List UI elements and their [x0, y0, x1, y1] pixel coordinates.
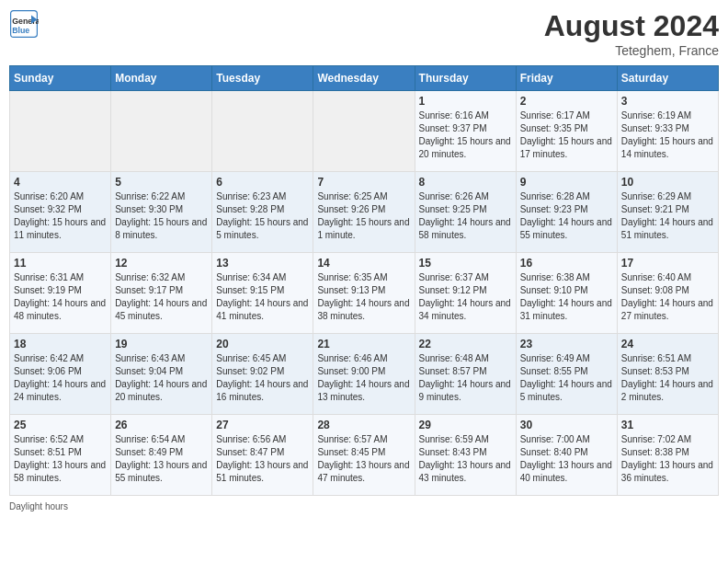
- calendar-cell: 29Sunrise: 6:59 AMSunset: 8:43 PMDayligh…: [415, 415, 516, 496]
- footer-note: Daylight hours: [9, 501, 719, 511]
- calendar-cell: 22Sunrise: 6:48 AMSunset: 8:57 PMDayligh…: [415, 334, 516, 415]
- logo: General Blue: [9, 9, 39, 39]
- day-number: 31: [621, 419, 714, 431]
- title-block: August 2024 Teteghem, France: [544, 9, 719, 58]
- day-number: 21: [317, 338, 410, 350]
- calendar-cell: [111, 91, 212, 172]
- calendar-cell: 12Sunrise: 6:32 AMSunset: 9:17 PMDayligh…: [111, 253, 212, 334]
- day-info: Sunrise: 6:48 AMSunset: 8:57 PMDaylight:…: [419, 352, 512, 404]
- day-header-thursday: Thursday: [415, 66, 516, 91]
- calendar-cell: 15Sunrise: 6:37 AMSunset: 9:12 PMDayligh…: [415, 253, 516, 334]
- day-info: Sunrise: 6:42 AMSunset: 9:06 PMDaylight:…: [14, 352, 107, 404]
- day-number: 14: [317, 257, 410, 270]
- calendar-cell: 5Sunrise: 6:22 AMSunset: 9:30 PMDaylight…: [111, 172, 212, 253]
- day-number: 27: [216, 419, 309, 431]
- day-number: 12: [115, 257, 208, 270]
- day-header-wednesday: Wednesday: [313, 66, 415, 91]
- day-info: Sunrise: 6:51 AMSunset: 8:53 PMDaylight:…: [621, 352, 714, 404]
- day-number: 11: [14, 257, 107, 270]
- day-info: Sunrise: 6:43 AMSunset: 9:04 PMDaylight:…: [115, 352, 208, 404]
- day-header-friday: Friday: [516, 66, 617, 91]
- calendar-cell: [313, 91, 415, 172]
- calendar-table: SundayMondayTuesdayWednesdayThursdayFrid…: [9, 65, 719, 496]
- day-number: 18: [14, 338, 107, 350]
- day-number: 15: [419, 257, 512, 270]
- calendar-cell: 8Sunrise: 6:26 AMSunset: 9:25 PMDaylight…: [415, 172, 516, 253]
- day-number: 3: [621, 95, 714, 108]
- day-info: Sunrise: 6:16 AMSunset: 9:37 PMDaylight:…: [419, 109, 512, 161]
- calendar-cell: [212, 91, 313, 172]
- day-header-saturday: Saturday: [617, 66, 718, 91]
- location: Teteghem, France: [544, 43, 719, 58]
- day-info: Sunrise: 6:22 AMSunset: 9:30 PMDaylight:…: [115, 190, 208, 242]
- day-info: Sunrise: 6:28 AMSunset: 9:23 PMDaylight:…: [520, 190, 613, 242]
- day-number: 5: [115, 176, 208, 189]
- calendar-cell: 31Sunrise: 7:02 AMSunset: 8:38 PMDayligh…: [617, 415, 718, 496]
- day-info: Sunrise: 6:59 AMSunset: 8:43 PMDaylight:…: [419, 433, 512, 485]
- day-number: 23: [520, 338, 613, 350]
- calendar-cell: 16Sunrise: 6:38 AMSunset: 9:10 PMDayligh…: [516, 253, 617, 334]
- calendar-cell: 2Sunrise: 6:17 AMSunset: 9:35 PMDaylight…: [516, 91, 617, 172]
- calendar-cell: 3Sunrise: 6:19 AMSunset: 9:33 PMDaylight…: [617, 91, 718, 172]
- day-number: 9: [520, 176, 613, 189]
- day-info: Sunrise: 7:02 AMSunset: 8:38 PMDaylight:…: [621, 433, 714, 485]
- calendar-cell: 7Sunrise: 6:25 AMSunset: 9:26 PMDaylight…: [313, 172, 415, 253]
- day-info: Sunrise: 6:35 AMSunset: 9:13 PMDaylight:…: [317, 271, 410, 323]
- calendar-cell: 6Sunrise: 6:23 AMSunset: 9:28 PMDaylight…: [212, 172, 313, 253]
- day-info: Sunrise: 6:52 AMSunset: 8:51 PMDaylight:…: [14, 433, 107, 485]
- day-info: Sunrise: 6:46 AMSunset: 9:00 PMDaylight:…: [317, 352, 410, 404]
- day-info: Sunrise: 6:49 AMSunset: 8:55 PMDaylight:…: [520, 352, 613, 404]
- calendar-cell: 10Sunrise: 6:29 AMSunset: 9:21 PMDayligh…: [617, 172, 718, 253]
- svg-text:Blue: Blue: [12, 26, 29, 35]
- calendar-cell: 24Sunrise: 6:51 AMSunset: 8:53 PMDayligh…: [617, 334, 718, 415]
- calendar-cell: 23Sunrise: 6:49 AMSunset: 8:55 PMDayligh…: [516, 334, 617, 415]
- day-number: 25: [14, 419, 107, 431]
- calendar-cell: 1Sunrise: 6:16 AMSunset: 9:37 PMDaylight…: [415, 91, 516, 172]
- day-number: 28: [317, 419, 410, 431]
- calendar-cell: 11Sunrise: 6:31 AMSunset: 9:19 PMDayligh…: [10, 253, 111, 334]
- calendar-cell: 20Sunrise: 6:45 AMSunset: 9:02 PMDayligh…: [212, 334, 313, 415]
- daylight-label: Daylight hours: [9, 501, 68, 511]
- day-info: Sunrise: 6:38 AMSunset: 9:10 PMDaylight:…: [520, 271, 613, 323]
- day-number: 19: [115, 338, 208, 350]
- day-info: Sunrise: 6:26 AMSunset: 9:25 PMDaylight:…: [419, 190, 512, 242]
- calendar-cell: 18Sunrise: 6:42 AMSunset: 9:06 PMDayligh…: [10, 334, 111, 415]
- day-info: Sunrise: 6:45 AMSunset: 9:02 PMDaylight:…: [216, 352, 309, 404]
- day-info: Sunrise: 6:29 AMSunset: 9:21 PMDaylight:…: [621, 190, 714, 242]
- calendar-cell: 13Sunrise: 6:34 AMSunset: 9:15 PMDayligh…: [212, 253, 313, 334]
- calendar-cell: 17Sunrise: 6:40 AMSunset: 9:08 PMDayligh…: [617, 253, 718, 334]
- day-number: 22: [419, 338, 512, 350]
- calendar-cell: [10, 91, 111, 172]
- calendar-cell: 19Sunrise: 6:43 AMSunset: 9:04 PMDayligh…: [111, 334, 212, 415]
- day-number: 17: [621, 257, 714, 270]
- day-number: 13: [216, 257, 309, 270]
- day-number: 29: [419, 419, 512, 431]
- calendar-cell: 14Sunrise: 6:35 AMSunset: 9:13 PMDayligh…: [313, 253, 415, 334]
- day-info: Sunrise: 6:40 AMSunset: 9:08 PMDaylight:…: [621, 271, 714, 323]
- calendar-cell: 27Sunrise: 6:56 AMSunset: 8:47 PMDayligh…: [212, 415, 313, 496]
- day-header-monday: Monday: [111, 66, 212, 91]
- day-number: 24: [621, 338, 714, 350]
- day-number: 7: [317, 176, 410, 189]
- calendar-cell: 25Sunrise: 6:52 AMSunset: 8:51 PMDayligh…: [10, 415, 111, 496]
- day-number: 4: [14, 176, 107, 189]
- calendar-cell: 28Sunrise: 6:57 AMSunset: 8:45 PMDayligh…: [313, 415, 415, 496]
- day-number: 8: [419, 176, 512, 189]
- calendar-cell: 21Sunrise: 6:46 AMSunset: 9:00 PMDayligh…: [313, 334, 415, 415]
- day-info: Sunrise: 6:54 AMSunset: 8:49 PMDaylight:…: [115, 433, 208, 485]
- day-number: 16: [520, 257, 613, 270]
- day-number: 2: [520, 95, 613, 108]
- day-info: Sunrise: 6:25 AMSunset: 9:26 PMDaylight:…: [317, 190, 410, 242]
- day-info: Sunrise: 6:34 AMSunset: 9:15 PMDaylight:…: [216, 271, 309, 323]
- month-year: August 2024: [544, 9, 719, 43]
- day-number: 10: [621, 176, 714, 189]
- day-header-tuesday: Tuesday: [212, 66, 313, 91]
- day-info: Sunrise: 6:23 AMSunset: 9:28 PMDaylight:…: [216, 190, 309, 242]
- day-number: 30: [520, 419, 613, 431]
- calendar-cell: 26Sunrise: 6:54 AMSunset: 8:49 PMDayligh…: [111, 415, 212, 496]
- day-info: Sunrise: 7:00 AMSunset: 8:40 PMDaylight:…: [520, 433, 613, 485]
- day-info: Sunrise: 6:19 AMSunset: 9:33 PMDaylight:…: [621, 109, 714, 161]
- calendar-cell: 30Sunrise: 7:00 AMSunset: 8:40 PMDayligh…: [516, 415, 617, 496]
- day-number: 6: [216, 176, 309, 189]
- calendar-cell: 4Sunrise: 6:20 AMSunset: 9:32 PMDaylight…: [10, 172, 111, 253]
